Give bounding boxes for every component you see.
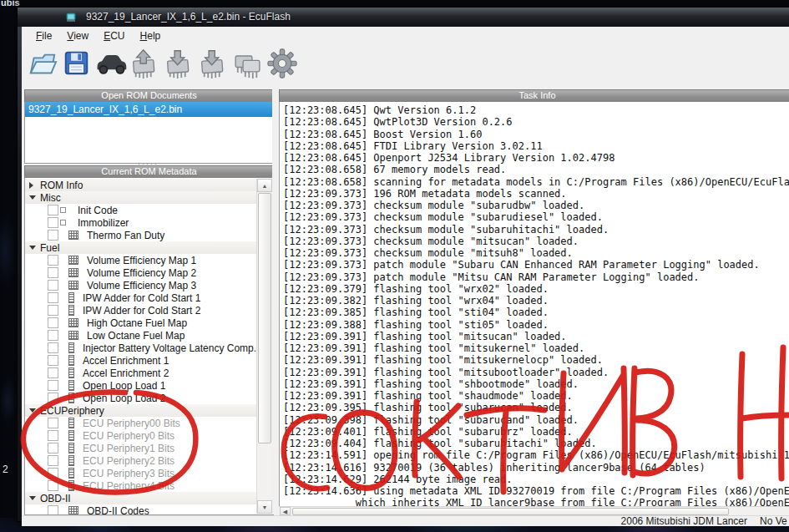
desktop-background [0, 0, 18, 532]
item-checkbox[interactable] [48, 393, 58, 403]
item-checkbox[interactable] [48, 468, 58, 479]
table1d-icon [68, 443, 74, 453]
tree-group-label: ECUPeriphery [40, 405, 104, 417]
item-checkbox[interactable] [48, 505, 58, 515]
tree-item[interactable]: Init Code [25, 204, 256, 216]
menu-item-ecu[interactable]: ECU [96, 28, 132, 43]
item-checkbox[interactable] [48, 455, 58, 466]
read-from-ecu-button[interactable] [128, 46, 162, 80]
table2d-icon [68, 331, 78, 340]
item-checkbox[interactable] [48, 330, 58, 341]
scroll-up-arrow-icon[interactable]: ▲ [257, 179, 272, 192]
tree-item[interactable]: ECU Periphery3 Bits [25, 467, 256, 479]
log-line: [12:23:09.388] flashing tool "sti05" loa… [280, 319, 789, 331]
scroll-down-arrow-icon[interactable]: ▼ [257, 500, 272, 514]
write-to-ecu-button[interactable] [162, 46, 196, 80]
tree-group-obd-ii[interactable]: OBD-II [25, 492, 256, 504]
tree-item[interactable]: ECU Periphery4 Bits [25, 479, 256, 492]
settings-button[interactable] [265, 46, 299, 80]
tree-item[interactable]: ECU Periphery2 Bits [25, 454, 256, 467]
tree-item-label: ECU Periphery00 Bits [83, 418, 180, 429]
tree-item[interactable]: Injector Battery Voltage Latency Comp... [25, 342, 256, 354]
vehicle-button[interactable] [94, 46, 128, 80]
memory-button[interactable] [230, 46, 265, 80]
item-checkbox[interactable] [48, 367, 58, 378]
item-checkbox[interactable] [48, 380, 58, 391]
item-checkbox[interactable] [48, 305, 58, 316]
open-rom-button[interactable] [25, 46, 59, 80]
tree-item[interactable]: IPW Adder for Cold Start 2 [25, 304, 256, 317]
log-line: [12:23:09.391] flashing tool "mitsucan" … [280, 331, 789, 342]
tree-item-label: Accel Enrichment 1 [83, 355, 169, 367]
log-line: [12:23:08.645] QwtPlot3D Version 0.2.6 [280, 116, 789, 128]
menu-item-file[interactable]: File [28, 28, 59, 43]
tree-item-label: ECU Periphery3 Bits [83, 468, 174, 479]
table2d-icon [68, 506, 78, 515]
window-titlebar[interactable]: 9327_19_Lancer_IX_1,6_L_e2.bin - EcuFlas… [18, 8, 789, 27]
tree-item[interactable]: Thermo Fan Duty [25, 229, 256, 241]
tree-item[interactable]: Open Loop Load 1 [25, 379, 256, 392]
open-rom-documents-header: Open ROM Documents [24, 89, 274, 103]
write-to-ecu-alt-button[interactable] [196, 46, 230, 80]
chip-arrow-up-icon [129, 48, 160, 79]
item-checkbox[interactable] [48, 443, 58, 453]
item-checkbox[interactable] [48, 355, 58, 366]
tree-item[interactable]: Accel Enrichment 1 [25, 354, 256, 367]
item-checkbox[interactable] [48, 480, 58, 491]
tree-group-misc[interactable]: Misc [25, 191, 256, 204]
menu-item-view[interactable]: View [59, 28, 96, 43]
item-checkbox[interactable] [48, 267, 58, 278]
tree-item-label: Open Loop Load 1 [83, 380, 165, 392]
tree-item[interactable]: Volume Efficiency Map 1 [25, 254, 256, 266]
item-checkbox[interactable] [48, 430, 58, 441]
tree-item[interactable]: Volume Efficiency Map 3 [25, 279, 256, 291]
chevron-down-icon [29, 496, 38, 500]
tree-item[interactable]: Volume Efficiency Map 2 [25, 266, 256, 279]
item-checkbox[interactable] [48, 317, 58, 328]
table1d-icon [68, 380, 74, 391]
tree-item[interactable]: Low Octane Fuel Map [25, 329, 256, 342]
tree-item[interactable]: High Octane Fuel Map [25, 317, 256, 329]
item-checkbox[interactable] [48, 230, 58, 241]
log-line: [12:23:08.645] Boost Version 1.60 [280, 129, 789, 140]
log-line: [12:23:08.645] Openport J2534 Library Ve… [280, 152, 789, 164]
log-line: [12:23:09.373] checksum module "mitsucan… [280, 236, 789, 247]
item-checkbox[interactable] [48, 292, 58, 303]
menu-item-help[interactable]: Help [133, 28, 169, 43]
tree-item[interactable]: Accel Enrichment 2 [25, 367, 256, 379]
log-line: [12:23:14.591] opening rom file C:/Progr… [280, 449, 789, 461]
metadata-tree-panel: ROM InfoMiscInit CodeImmobilizerThermo F… [24, 178, 274, 515]
item-checkbox[interactable] [48, 418, 58, 428]
tree-group-rom-info[interactable]: ROM Info [25, 179, 256, 191]
item-checkbox[interactable] [48, 342, 58, 353]
save-rom-button[interactable] [59, 46, 94, 80]
item-checkbox[interactable] [48, 255, 58, 266]
tree-item[interactable]: IPW Adder for Cold Start 1 [25, 291, 256, 304]
tree-item[interactable]: ECU Periphery00 Bits [25, 417, 256, 429]
table2d-icon [68, 281, 78, 290]
car-icon [94, 50, 129, 77]
tree-item[interactable]: OBD-II Codes [25, 504, 256, 515]
log-line: [12:23:09.404] flashing tool "subaruhita… [280, 438, 789, 449]
scroll-left-arrow-icon[interactable]: ◀ [280, 507, 291, 515]
tree-item[interactable]: ECU Periphery0 Bits [25, 429, 256, 442]
item-checkbox[interactable] [48, 205, 58, 215]
vertical-splitter[interactable] [272, 89, 279, 514]
tree-item[interactable]: ECU Periphery1 Bits [25, 442, 256, 454]
table1d-icon [68, 480, 74, 491]
log-line: [12:23:09.385] flashing tool "sti04" loa… [280, 307, 789, 318]
tree-item[interactable]: Open Loop Load 2 [25, 392, 256, 404]
tree-group-ecuperiphery[interactable]: ECUPeriphery [25, 404, 256, 417]
chip-icon[interactable] [64, 11, 78, 26]
table1d-icon [68, 455, 74, 466]
tree-item-label: Open Loop Load 2 [83, 393, 165, 404]
item-checkbox[interactable] [48, 280, 58, 291]
tree-group-fuel[interactable]: Fuel [25, 241, 256, 254]
task-log[interactable]: [12:23:08.645] Qwt Version 6.1.2[12:23:0… [279, 102, 789, 508]
scrollbar-thumb[interactable] [292, 508, 729, 515]
rom-document-item[interactable]: 9327_19_Lancer_IX_1,6_L_e2.bin [25, 102, 273, 117]
item-checkbox[interactable] [48, 217, 58, 228]
chevron-down-icon [29, 246, 38, 250]
scrollbar-thumb[interactable] [258, 193, 271, 443]
tree-item[interactable]: Immobilizer [25, 216, 256, 229]
